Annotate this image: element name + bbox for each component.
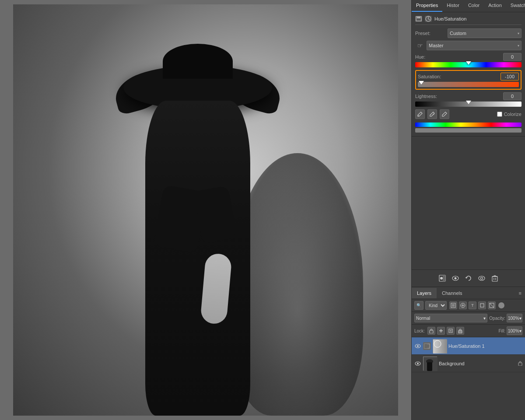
layer-thumbnail-hue <box>433 339 447 353</box>
layer-icons-hue <box>423 342 431 350</box>
filter-smart-button[interactable] <box>488 301 496 309</box>
svg-rect-32 <box>424 344 427 348</box>
lightness-header: Lightness: <box>415 92 522 100</box>
blend-mode-dropdown[interactable]: Normal ▾ <box>414 314 487 322</box>
filter-icons: T <box>449 301 496 309</box>
layer-visibility-toggle-bg[interactable] <box>414 360 421 367</box>
reset-button[interactable] <box>464 273 473 283</box>
layer-name-hue: Hue/Saturation 1 <box>448 343 522 349</box>
saturation-section: Saturation: <box>415 70 522 90</box>
lock-artboards-button[interactable] <box>447 327 455 335</box>
filter-shape-button[interactable] <box>478 301 486 309</box>
saturation-slider-track[interactable] <box>418 82 519 87</box>
layer-item-hue-saturation[interactable]: Hue/Saturation 1 <box>412 337 525 355</box>
lock-position-button[interactable] <box>437 327 445 335</box>
lock-label: Lock: <box>414 329 425 333</box>
hand-tool-icon[interactable]: ☞ <box>415 41 425 50</box>
layer-lock-icon <box>518 360 522 367</box>
saturation-value-input[interactable] <box>500 73 519 80</box>
filter-kind-dropdown[interactable]: Kind <box>425 301 447 310</box>
svg-rect-27 <box>450 330 452 332</box>
layer-item-background[interactable]: Background <box>412 355 525 372</box>
tab-action[interactable]: Action <box>484 0 506 12</box>
svg-point-34 <box>434 340 441 347</box>
tab-history[interactable]: Histor <box>442 0 464 12</box>
filter-adjustment-button[interactable] <box>459 301 467 309</box>
arm <box>200 253 232 325</box>
svg-point-3 <box>418 116 419 116</box>
saturation-slider-thumb[interactable] <box>419 81 424 84</box>
hue-label: Hue: <box>415 54 425 60</box>
chevron-down-icon: ▾ <box>518 44 519 48</box>
blend-row: Normal ▾ Opacity: 100% ▾ <box>412 312 525 325</box>
lightness-value-input[interactable] <box>503 92 522 100</box>
svg-rect-23 <box>480 304 484 307</box>
layers-filter-bar: 🔍 Kind T <box>412 299 525 312</box>
layers-menu-icon[interactable]: ≡ <box>515 290 525 296</box>
saturation-header: Saturation: <box>418 73 519 80</box>
svg-point-10 <box>454 277 456 280</box>
hue-color-bar <box>415 122 522 127</box>
lock-pixels-button[interactable] <box>427 327 435 335</box>
svg-rect-13 <box>492 276 497 281</box>
tab-swatches[interactable]: Swatche <box>506 0 525 12</box>
tab-channels[interactable]: Channels <box>437 288 467 298</box>
properties-panel: Hue/Saturation Preset: Custom ▾ ☞ Master… <box>412 12 525 136</box>
eyedroppers-row: + - Colorize <box>415 109 522 119</box>
adjustment-icon <box>425 16 432 22</box>
filter-type-button[interactable]: T <box>469 301 476 309</box>
svg-point-36 <box>417 363 419 364</box>
saturation-label: Saturation: <box>418 74 441 79</box>
hue-value-input[interactable] <box>503 53 522 61</box>
channel-dropdown[interactable]: Master ▾ <box>427 41 522 50</box>
svg-rect-1 <box>417 17 420 18</box>
layer-thumbnail-bg <box>423 357 437 371</box>
lightness-label: Lightness: <box>415 94 437 99</box>
filter-search: 🔍 <box>414 301 424 310</box>
eyedropper-subtract-button[interactable]: - <box>440 109 449 119</box>
tab-properties[interactable]: Properties <box>412 0 442 12</box>
lock-all-button[interactable] <box>456 327 464 335</box>
svg-rect-21 <box>452 304 455 307</box>
colorize-checkbox[interactable] <box>497 112 502 117</box>
fill-number: 100% <box>508 329 519 333</box>
add-layer-mask-button[interactable] <box>438 273 447 283</box>
opacity-value[interactable]: 100% ▾ <box>507 314 522 322</box>
lightness-slider-track[interactable] <box>415 102 522 107</box>
blend-mode-value: Normal <box>416 316 430 321</box>
search-icon: 🔍 <box>416 303 421 308</box>
eyedropper-sample-button[interactable] <box>415 109 425 119</box>
preset-value: Custom <box>450 31 466 36</box>
lightness-slider-thumb[interactable] <box>466 101 471 104</box>
filter-toggle-button[interactable] <box>498 302 504 308</box>
tab-layers[interactable]: Layers <box>412 288 437 298</box>
layer-visibility-toggle-hue[interactable] <box>414 343 421 350</box>
result-color-bar <box>415 128 522 133</box>
tab-color[interactable]: Color <box>464 0 484 12</box>
fill-value[interactable]: 100% ▾ <box>507 326 522 335</box>
chevron-down-icon: ▾ <box>519 329 522 333</box>
preset-dropdown[interactable]: Custom ▾ <box>448 28 522 38</box>
svg-point-30 <box>417 345 419 347</box>
filter-pixel-button[interactable] <box>449 301 457 309</box>
action-buttons-bar <box>412 270 525 287</box>
svg-text:-: - <box>445 113 446 116</box>
hat <box>123 39 272 109</box>
hue-slider-thumb[interactable] <box>466 61 471 65</box>
layer-mask-icon <box>423 342 431 350</box>
eyedropper-add-button[interactable]: + <box>427 109 437 119</box>
visibility-button[interactable] <box>451 273 460 283</box>
delete-button[interactable] <box>490 273 500 283</box>
svg-rect-25 <box>430 330 433 333</box>
svg-rect-28 <box>458 330 462 333</box>
hue-section: Hue: <box>415 53 522 67</box>
toggle-visibility-button[interactable] <box>477 273 486 283</box>
right-panel: Properties Histor Color Action Swatche H… <box>411 0 525 420</box>
props-header: Hue/Saturation <box>415 16 522 25</box>
opacity-label: Opacity: <box>489 316 505 321</box>
channel-value: Master <box>429 43 444 48</box>
fill-group: Fill: 100% ▾ <box>498 326 522 335</box>
fill-label: Fill: <box>498 329 505 333</box>
save-icon <box>415 16 422 22</box>
hue-slider-track[interactable] <box>415 62 522 67</box>
